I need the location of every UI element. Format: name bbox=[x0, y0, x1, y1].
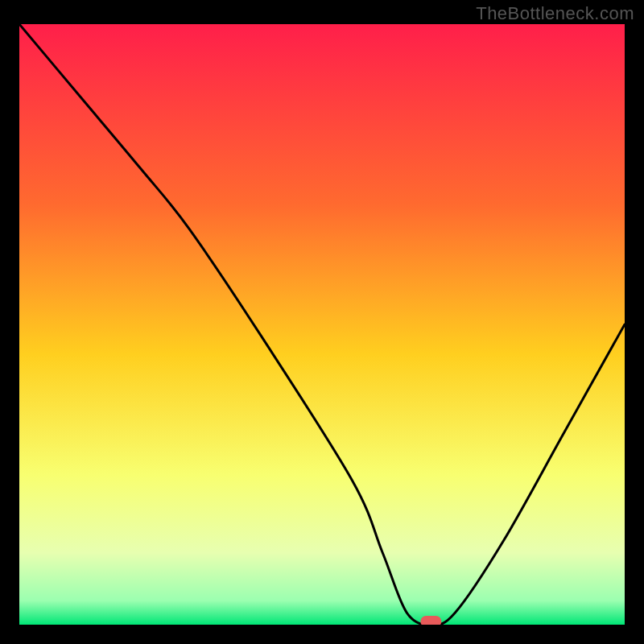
plot-area bbox=[19, 24, 625, 625]
bottleneck-chart bbox=[19, 24, 625, 625]
optimum-marker bbox=[420, 616, 441, 625]
watermark-text: TheBottleneck.com bbox=[476, 3, 634, 24]
chart-frame: TheBottleneck.com bbox=[0, 0, 644, 644]
gradient-background bbox=[19, 24, 625, 625]
